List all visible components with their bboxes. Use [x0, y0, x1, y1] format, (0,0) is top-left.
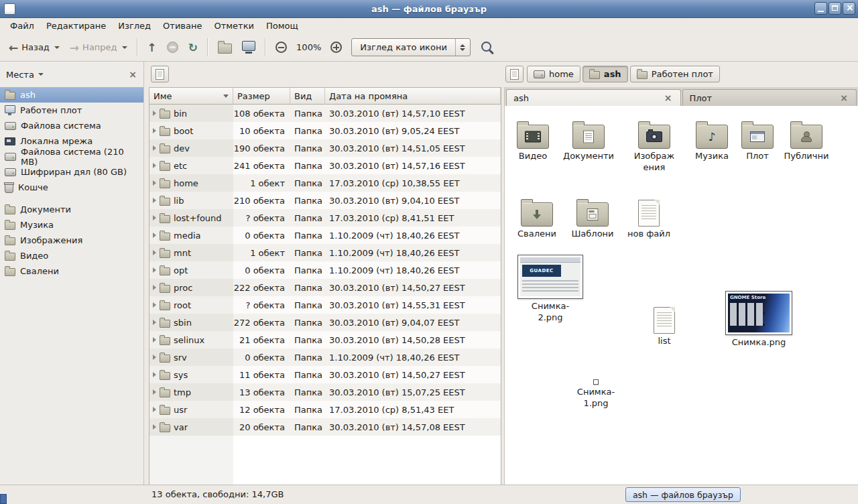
menu-item[interactable]: Помощ — [260, 19, 304, 32]
breadcrumb-button[interactable]: home — [527, 66, 580, 82]
menu-item[interactable]: Отиване — [157, 19, 208, 32]
expander-icon[interactable] — [153, 215, 156, 220]
view-mode-select[interactable]: Изглед като икони — [351, 38, 471, 56]
tab-close-icon[interactable] — [839, 92, 849, 103]
sidebar-item[interactable]: Свалени — [0, 263, 143, 279]
folder-item[interactable]: Публични — [778, 117, 835, 162]
folder-item[interactable]: Шаблони — [564, 194, 621, 240]
computer-button[interactable] — [237, 38, 260, 57]
sidebar-item[interactable]: Работен плот — [0, 103, 143, 118]
image-item[interactable]: Снимка-1.png — [561, 379, 631, 410]
expander-icon[interactable] — [153, 302, 156, 308]
minimize-icon[interactable] — [814, 2, 827, 15]
sidebar-item[interactable]: Шифриран дял (80 GB) — [0, 164, 143, 180]
titlebar[interactable]: ash — файлов браузър — [0, 0, 858, 18]
expander-icon[interactable] — [153, 198, 156, 203]
table-row[interactable]: media0 обектаПапка1.10.2009 (чт) 18,40,2… — [149, 227, 501, 244]
table-row[interactable]: sbin272 обектаПапка30.03.2010 (вт) 9,04,… — [149, 314, 501, 331]
table-row[interactable]: srv0 обектаПапка1.10.2009 (чт) 18,40,26 … — [149, 349, 501, 366]
image-item[interactable]: GUADECСнимка-2.png — [517, 255, 584, 324]
zoom-out-button[interactable] — [271, 38, 292, 56]
table-row[interactable]: bin108 обектаПапка30.03.2010 (вт) 14,57,… — [149, 105, 501, 122]
sidebar-item[interactable]: Файлова система — [0, 118, 143, 133]
sidebar-item[interactable]: ash — [0, 87, 143, 103]
menu-item[interactable]: Изглед — [112, 19, 157, 32]
table-row[interactable]: selinux21 обектаПапка30.03.2010 (вт) 14,… — [149, 331, 501, 349]
file-item[interactable]: list — [636, 302, 692, 347]
sidebar-close-icon[interactable] — [129, 69, 137, 80]
maximize-icon[interactable] — [829, 2, 841, 15]
image-item[interactable]: GNOME StoreСнимка.png — [725, 291, 793, 349]
table-row[interactable]: boot10 обектаПапка30.03.2010 (вт) 9,05,2… — [149, 122, 501, 139]
home-button[interactable] — [213, 38, 237, 57]
zoom-in-button[interactable] — [326, 38, 347, 56]
table-row[interactable]: opt0 обектаПапка1.10.2009 (чт) 18,40,26 … — [149, 261, 501, 279]
expander-icon[interactable] — [153, 180, 156, 186]
folder-item[interactable]: Изображения — [626, 117, 682, 174]
column-header[interactable]: Размер — [233, 88, 290, 105]
sidebar-item[interactable]: Изображения — [0, 233, 143, 248]
places-dropdown-icon[interactable] — [38, 73, 44, 76]
back-button[interactable]: ← Назад — [4, 39, 64, 56]
sidebar-item[interactable]: Документи — [0, 202, 143, 217]
stop-button[interactable] — [162, 38, 183, 56]
places-header-label[interactable]: Места — [6, 70, 34, 80]
folder-item[interactable]: Свалени — [509, 194, 565, 240]
up-button[interactable]: ↑ — [143, 39, 162, 56]
expander-icon[interactable] — [153, 233, 156, 238]
tab[interactable]: ash — [506, 89, 681, 106]
folder-item[interactable]: Видео — [505, 117, 561, 162]
table-row[interactable]: root? обектаПапка30.03.2010 (вт) 14,55,3… — [149, 296, 501, 314]
expander-icon[interactable] — [153, 337, 156, 342]
menu-item[interactable]: Файл — [4, 19, 40, 32]
sidebar-item[interactable]: Видео — [0, 248, 143, 263]
tab-close-icon[interactable] — [663, 92, 674, 103]
expander-icon[interactable] — [153, 389, 156, 395]
expander-icon[interactable] — [153, 128, 156, 133]
search-button[interactable] — [471, 38, 500, 57]
table-row[interactable]: lost+found? обектаПапка17.03.2010 (ср) 8… — [149, 209, 501, 227]
sidebar-item[interactable]: Музика — [0, 217, 143, 233]
table-row[interactable]: home1 обектПапка17.03.2010 (ср) 10,38,55… — [149, 174, 501, 192]
table-row[interactable]: var20 обектаПапка30.03.2010 (вт) 14,57,0… — [149, 418, 501, 436]
expander-icon[interactable] — [153, 372, 156, 377]
expander-icon[interactable] — [153, 424, 156, 430]
expander-icon[interactable] — [153, 320, 156, 325]
sidebar-item[interactable]: Файлова система (210 MB) — [0, 149, 143, 164]
pane-splitter[interactable] — [144, 87, 149, 485]
location-toggle-button[interactable] — [151, 66, 169, 82]
expander-icon[interactable] — [153, 355, 156, 360]
forward-history-dropdown-icon[interactable] — [122, 46, 127, 49]
menu-item[interactable]: Отметки — [208, 19, 259, 32]
expander-icon[interactable] — [153, 407, 156, 412]
column-header[interactable]: Дата на промяна — [325, 88, 501, 105]
taskbar-window-button[interactable]: ash — файлов браузър — [625, 487, 741, 502]
icon-view[interactable]: ВидеоДокументиИзображенияМузикаПлотПубли… — [504, 106, 858, 485]
breadcrumb-button[interactable]: Работен плот — [630, 66, 720, 82]
folder-item[interactable]: Плот — [729, 117, 786, 162]
table-row[interactable]: proc222 обектаПапка30.03.2010 (вт) 14,50… — [149, 279, 501, 296]
menu-item[interactable]: Редактиране — [40, 19, 112, 32]
table-row[interactable]: usr12 обектаПапка17.03.2010 (ср) 8,51,43… — [149, 401, 501, 418]
expander-icon[interactable] — [153, 267, 156, 273]
location-toggle-button[interactable] — [505, 66, 524, 82]
column-header[interactable]: Име — [149, 88, 233, 105]
table-row[interactable]: dev190 обектаПапка30.03.2010 (вт) 14,51,… — [149, 139, 501, 157]
expander-icon[interactable] — [153, 145, 156, 151]
file-item[interactable]: нов файл — [621, 194, 677, 240]
column-header[interactable]: Вид — [290, 88, 325, 105]
close-icon[interactable] — [843, 2, 855, 15]
combo-stepper[interactable] — [456, 44, 470, 51]
breadcrumb-button[interactable]: ash — [583, 66, 628, 82]
show-desktop-chip[interactable] — [0, 494, 7, 504]
forward-button[interactable]: → Напред — [65, 39, 132, 56]
expander-icon[interactable] — [153, 250, 156, 255]
expander-icon[interactable] — [153, 285, 156, 290]
expander-icon[interactable] — [153, 111, 156, 116]
reload-button[interactable]: ↻ — [184, 39, 202, 56]
table-row[interactable]: sys11 обектаПапка30.03.2010 (вт) 14,50,2… — [149, 366, 501, 383]
sidebar-item[interactable]: Кошче — [0, 180, 143, 195]
expander-icon[interactable] — [153, 163, 156, 168]
table-row[interactable]: lib210 обектаПапка30.03.2010 (вт) 9,04,1… — [149, 192, 501, 209]
folder-item[interactable]: Документи — [560, 117, 617, 162]
